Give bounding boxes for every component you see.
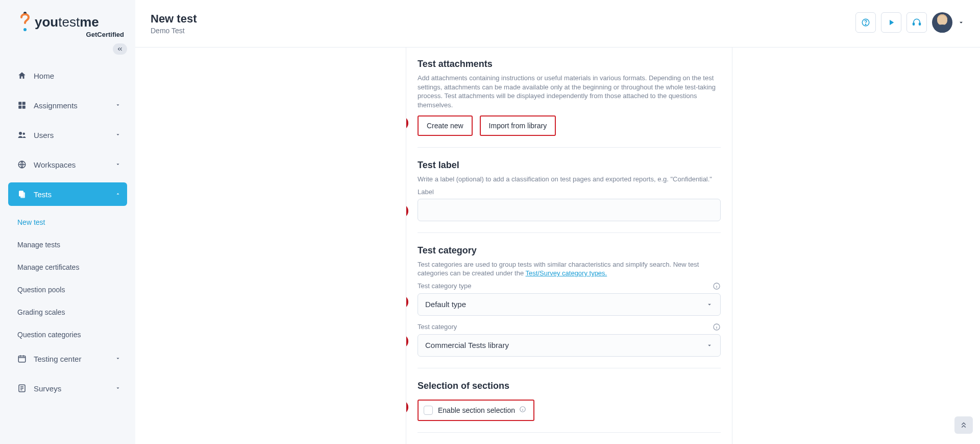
section-selection: Selection of sections Enable section sel… — [418, 378, 721, 433]
category-select[interactable]: Commercial Tests library — [418, 334, 721, 357]
sidebar-nav: Home Assignments Users Workspaces — [0, 64, 135, 400]
sidebar-sub-grading-scales[interactable]: Grading scales — [8, 302, 127, 322]
logo-subtext: GetCertified — [18, 31, 124, 38]
header-actions — [855, 12, 965, 33]
info-icon[interactable] — [713, 323, 721, 331]
category-types-link[interactable]: Test/Survey category types. — [526, 269, 607, 277]
sidebar-item-label: Home — [34, 72, 54, 80]
section-description: Add attachments containing instructions … — [418, 74, 721, 109]
section-description: Test categories are used to group tests … — [418, 260, 721, 278]
section-description: Write a label (optional) to add a classi… — [418, 175, 721, 184]
tests-icon — [17, 190, 27, 199]
annotation-bubble: 7 — [406, 116, 408, 130]
chevron-down-icon — [706, 342, 713, 349]
user-avatar[interactable] — [932, 12, 952, 33]
form-card: Test attachments Add attachments contain… — [406, 48, 732, 444]
calendar-icon — [17, 354, 27, 363]
page-title: New test — [151, 12, 197, 26]
home-icon — [17, 71, 27, 80]
field-label: Label — [418, 188, 721, 196]
sidebar-item-label: Users — [34, 131, 54, 139]
chevron-down-icon — [115, 384, 121, 393]
globe-icon — [17, 160, 27, 169]
sidebar-item-label: Testing center — [34, 355, 81, 363]
section-category: Test category Test categories are used t… — [418, 242, 721, 368]
chevron-down-icon — [115, 101, 121, 110]
label-input[interactable] — [418, 199, 721, 221]
sidebar-item-assignments[interactable]: Assignments — [8, 94, 127, 117]
support-button[interactable] — [906, 12, 927, 33]
sidebar-collapse-button[interactable] — [113, 43, 127, 55]
sidebar-item-workspaces[interactable]: Workspaces — [8, 153, 127, 176]
assignments-icon — [17, 101, 27, 110]
import-from-library-button[interactable]: Import from library — [480, 115, 556, 136]
header-titles: New test Demo Test — [151, 12, 197, 35]
svg-rect-5 — [22, 106, 26, 109]
content-area: Test attachments Add attachments contain… — [135, 47, 980, 444]
help-button[interactable] — [855, 12, 876, 33]
svg-rect-2 — [18, 102, 21, 105]
chevron-up-icon — [115, 190, 121, 199]
brand-logo[interactable]: youtestme GetCertified — [0, 8, 135, 43]
svg-rect-15 — [913, 23, 915, 26]
sidebar-sub-question-pools[interactable]: Question pools — [8, 279, 127, 300]
section-title: Test category — [418, 245, 721, 256]
svg-rect-10 — [20, 192, 25, 198]
chevron-down-icon[interactable] — [958, 19, 965, 26]
logo-text: youtestme — [35, 14, 99, 30]
info-icon[interactable] — [519, 406, 526, 414]
chevron-down-icon — [115, 131, 121, 139]
sidebar-sub-manage-certificates[interactable]: Manage certificates — [8, 257, 127, 277]
chevron-down-icon — [115, 160, 121, 169]
page-subtitle: Demo Test — [151, 27, 197, 35]
create-new-button[interactable]: Create new — [418, 115, 473, 136]
sidebar-item-users[interactable]: Users — [8, 123, 127, 147]
checkbox-label: Enable section selection — [438, 406, 526, 414]
svg-point-6 — [19, 132, 22, 135]
svg-point-14 — [865, 24, 866, 25]
sidebar-item-label: Surveys — [34, 384, 61, 393]
sidebar-item-testing-center[interactable]: Testing center — [8, 347, 127, 370]
users-icon — [17, 130, 27, 139]
enable-section-selection-row: Enable section selection — [418, 400, 534, 421]
sidebar-item-label: Tests — [34, 190, 52, 199]
info-icon[interactable] — [713, 282, 721, 290]
enable-section-selection-checkbox[interactable] — [424, 406, 433, 415]
svg-rect-3 — [22, 102, 26, 105]
page-header: New test Demo Test — [135, 0, 980, 47]
chevron-down-icon — [706, 301, 713, 308]
svg-point-7 — [23, 133, 26, 135]
section-title: Test label — [418, 160, 721, 171]
sidebar-item-label: Workspaces — [34, 160, 76, 169]
play-button[interactable] — [881, 12, 901, 33]
sidebar-sub-manage-tests[interactable]: Manage tests — [8, 235, 127, 255]
svg-rect-16 — [919, 23, 921, 26]
svg-rect-4 — [18, 106, 21, 109]
field-label: Test category type — [418, 282, 721, 290]
annotation-bubble: 11 — [406, 400, 408, 414]
section-attachments: Test attachments Add attachments contain… — [418, 56, 721, 148]
svg-point-1 — [23, 28, 27, 31]
category-type-select[interactable]: Default type — [418, 293, 721, 316]
annotation-bubble: 9 — [406, 295, 408, 309]
annotation-bubble: 10 — [406, 334, 408, 348]
section-title: Selection of sections — [418, 381, 721, 391]
section-label: Test label Write a label (optional) to a… — [418, 157, 721, 233]
sidebar-item-tests[interactable]: Tests — [8, 182, 127, 206]
sidebar-sub-question-categories[interactable]: Question categories — [8, 324, 127, 345]
chevron-down-icon — [115, 355, 121, 363]
annotation-bubble: 8 — [406, 204, 408, 218]
sidebar-item-home[interactable]: Home — [8, 64, 127, 87]
scroll-to-top-button[interactable] — [954, 416, 973, 434]
sidebar-item-surveys[interactable]: Surveys — [8, 377, 127, 400]
sidebar-item-label: Assignments — [34, 101, 78, 110]
svg-rect-11 — [18, 356, 26, 362]
logo-mark-icon — [18, 11, 32, 33]
field-label: Test category — [418, 323, 721, 331]
sidebar-sub-new-test[interactable]: New test — [8, 212, 127, 232]
surveys-icon — [17, 384, 27, 393]
section-title: Test attachments — [418, 59, 721, 69]
sidebar: youtestme GetCertified Home Assignments — [0, 0, 135, 444]
